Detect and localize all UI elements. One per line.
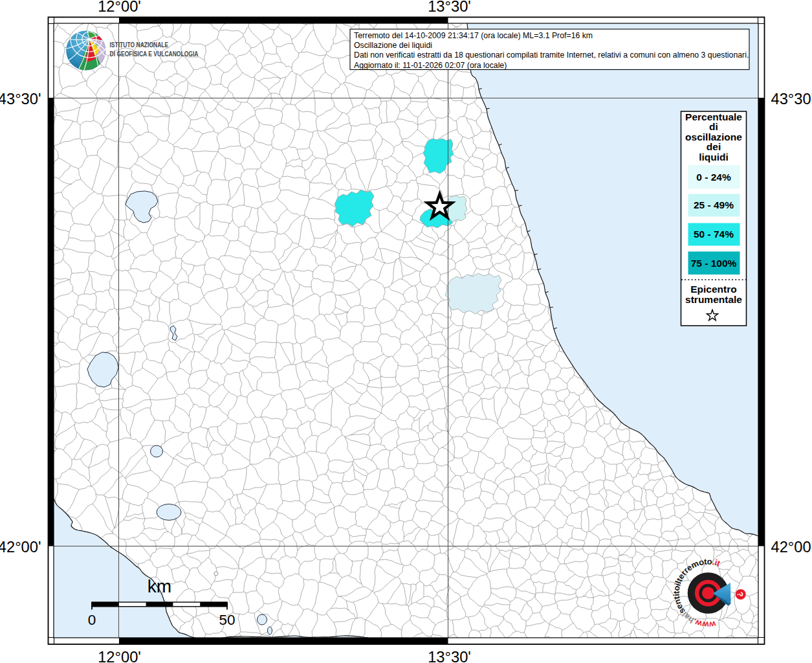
svg-text:DI GEOFISICA E VULCANOLOGIA: DI GEOFISICA E VULCANOLOGIA xyxy=(110,50,199,58)
svg-text:50: 50 xyxy=(219,612,235,628)
svg-text:42°00': 42°00' xyxy=(771,539,812,556)
svg-text:43°30': 43°30' xyxy=(0,91,41,107)
svg-text:Terremoto del 14-10-2009 21:34: Terremoto del 14-10-2009 21:34:17 (ora l… xyxy=(354,31,593,40)
svg-text:Dati non verificati estratti d: Dati non verificati estratti da 18 quest… xyxy=(354,51,749,60)
svg-text:12°00': 12°00' xyxy=(98,0,141,15)
svg-text:50 - 74%: 50 - 74% xyxy=(694,229,734,240)
svg-text:43°30': 43°30' xyxy=(771,91,812,107)
svg-text:12°00': 12°00' xyxy=(98,649,141,663)
svg-text:oscillazione: oscillazione xyxy=(685,131,742,142)
svg-text:strumentale: strumentale xyxy=(685,294,742,305)
svg-text:km: km xyxy=(148,576,171,596)
svg-text:75 - 100%: 75 - 100% xyxy=(691,258,737,269)
svg-text:Epicentro: Epicentro xyxy=(690,284,736,295)
svg-text:25 - 49%: 25 - 49% xyxy=(694,199,734,210)
svg-text:0 - 24%: 0 - 24% xyxy=(696,172,731,183)
svg-text:di: di xyxy=(709,121,718,132)
svg-text:13°30': 13°30' xyxy=(428,0,471,15)
svg-text:13°30': 13°30' xyxy=(428,649,471,663)
svg-text:42°00': 42°00' xyxy=(0,539,41,556)
svg-text:Oscillazione dei liquidi: Oscillazione dei liquidi xyxy=(354,41,432,50)
svg-text:0: 0 xyxy=(88,612,96,628)
svg-text:Percentuale: Percentuale xyxy=(685,111,742,122)
svg-text:liquidi: liquidi xyxy=(699,152,729,163)
svg-text:ISTITUTO NAZIONALE: ISTITUTO NAZIONALE xyxy=(110,41,169,49)
svg-text:Aggiornato il: 11-01-2026 02:0: Aggiornato il: 11-01-2026 02:07 (ora loc… xyxy=(354,61,507,70)
svg-text:dei: dei xyxy=(707,141,721,152)
